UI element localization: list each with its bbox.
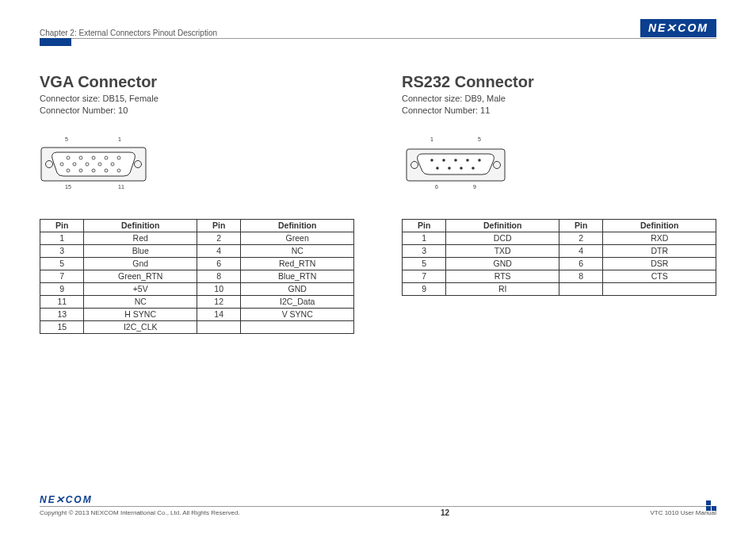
pin-label: 5 xyxy=(65,136,68,142)
cell-def: RXD xyxy=(603,232,716,244)
col-pin: Pin xyxy=(40,219,84,232)
cell-pin: 13 xyxy=(40,308,84,320)
cell-pin: 8 xyxy=(559,270,602,282)
cell-def: Red_RTN xyxy=(241,257,354,270)
cell-pin: 10 xyxy=(197,282,240,295)
cell-pin: 14 xyxy=(197,308,240,320)
cell-def xyxy=(603,282,716,295)
vga-title: VGA Connector xyxy=(40,73,354,91)
cell-def: V SYNC xyxy=(241,308,354,320)
cell-pin: 1 xyxy=(403,232,446,244)
page-number: 12 xyxy=(441,508,449,517)
brand-logo: NE✕COM xyxy=(640,19,716,37)
cell-def: Red xyxy=(84,232,197,244)
col-pin: Pin xyxy=(403,219,446,232)
rs232-section: RS232 Connector Connector size: DB9, Mal… xyxy=(402,73,716,334)
footer-logo: NE✕COM xyxy=(40,494,716,505)
cell-pin xyxy=(197,320,240,333)
cell-def: I2C_Data xyxy=(241,295,354,308)
svg-point-4 xyxy=(105,156,108,159)
cell-def: NC xyxy=(84,295,197,308)
table-row: 11NC12I2C_Data xyxy=(40,295,354,308)
cell-pin: 4 xyxy=(197,244,240,257)
vga-pin-table: Pin Definition Pin Definition 1Red2Green… xyxy=(40,219,354,334)
cell-pin: 6 xyxy=(559,257,602,270)
pin-label: 1 xyxy=(430,136,433,142)
rs232-size: Connector size: DB9, Male xyxy=(402,93,716,105)
cell-pin: 4 xyxy=(559,244,602,257)
cell-pin: 5 xyxy=(403,257,446,270)
cell-def: RTS xyxy=(446,270,559,282)
cell-def: TXD xyxy=(446,244,559,257)
cell-pin: 8 xyxy=(197,270,240,282)
cell-pin: 6 xyxy=(197,257,240,270)
cell-pin: 3 xyxy=(403,244,446,257)
vga-diagram: 5 1 15 xyxy=(40,136,354,200)
table-row: 9+5V10GND xyxy=(40,282,354,295)
pin-label: 5 xyxy=(478,136,481,142)
svg-point-7 xyxy=(86,163,89,166)
cell-pin: 7 xyxy=(403,270,446,282)
pin-label: 9 xyxy=(473,184,476,190)
svg-point-22 xyxy=(442,159,445,162)
pin-label: 6 xyxy=(435,184,438,190)
svg-point-5 xyxy=(117,156,120,159)
table-row: 13H SYNC14V SYNC xyxy=(40,308,354,320)
chapter-title: Chapter 2: External Connectors Pinout De… xyxy=(40,29,217,37)
rs232-number: Connector Number: 11 xyxy=(402,105,716,117)
vga-section: VGA Connector Connector size: DB15, Fema… xyxy=(40,73,354,334)
table-row: 3Blue4NC xyxy=(40,244,354,257)
cell-def: DCD xyxy=(446,232,559,244)
col-def: Definition xyxy=(603,219,716,232)
table-row: 1DCD2RXD xyxy=(403,232,716,244)
table-row: 15I2C_CLK xyxy=(40,320,354,333)
svg-point-21 xyxy=(430,159,433,162)
pin-label: 1 xyxy=(118,136,121,142)
cell-def: DTR xyxy=(603,244,716,257)
col-def: Definition xyxy=(241,219,354,232)
cell-def: Green_RTN xyxy=(84,270,197,282)
cell-def: Gnd xyxy=(84,257,197,270)
cell-def xyxy=(241,320,354,333)
cell-pin: 9 xyxy=(403,282,446,295)
svg-point-2 xyxy=(79,156,82,159)
svg-point-14 xyxy=(105,169,108,172)
cell-def: +5V xyxy=(84,282,197,295)
svg-point-13 xyxy=(92,169,95,172)
svg-point-15 xyxy=(117,169,120,172)
col-def: Definition xyxy=(446,219,559,232)
col-pin: Pin xyxy=(197,219,240,232)
svg-point-3 xyxy=(92,156,95,159)
svg-point-28 xyxy=(460,167,463,170)
cell-pin: 15 xyxy=(40,320,84,333)
accent-bar xyxy=(40,38,71,46)
cell-def: Blue xyxy=(84,244,197,257)
cell-pin: 2 xyxy=(559,232,602,244)
pin-label: 15 xyxy=(65,184,71,190)
cell-def: Green xyxy=(241,232,354,244)
svg-point-26 xyxy=(436,167,439,170)
table-row: 5GND6DSR xyxy=(403,257,716,270)
cell-def: GND xyxy=(446,257,559,270)
rs232-diagram: 1 5 6 9 xyxy=(402,136,716,200)
cell-def: H SYNC xyxy=(84,308,197,320)
cell-def: Blue_RTN xyxy=(241,270,354,282)
col-def: Definition xyxy=(84,219,197,232)
svg-point-25 xyxy=(478,159,481,162)
pin-label: 11 xyxy=(118,184,124,190)
svg-point-6 xyxy=(73,163,76,166)
table-row: 1Red2Green xyxy=(40,232,354,244)
rs232-pin-table: Pin Definition Pin Definition 1DCD2RXD3T… xyxy=(402,219,716,296)
svg-point-29 xyxy=(472,167,475,170)
table-row: 7RTS8CTS xyxy=(403,270,716,282)
vga-size: Connector size: DB15, Female xyxy=(40,93,354,105)
table-row: 5Gnd6Red_RTN xyxy=(40,257,354,270)
table-row: 9RI xyxy=(403,282,716,295)
svg-point-11 xyxy=(67,169,70,172)
cell-pin: 5 xyxy=(40,257,84,270)
cell-pin: 3 xyxy=(40,244,84,257)
svg-point-1 xyxy=(67,156,70,159)
cell-pin: 1 xyxy=(40,232,84,244)
svg-point-27 xyxy=(448,167,451,170)
cell-def: NC xyxy=(241,244,354,257)
